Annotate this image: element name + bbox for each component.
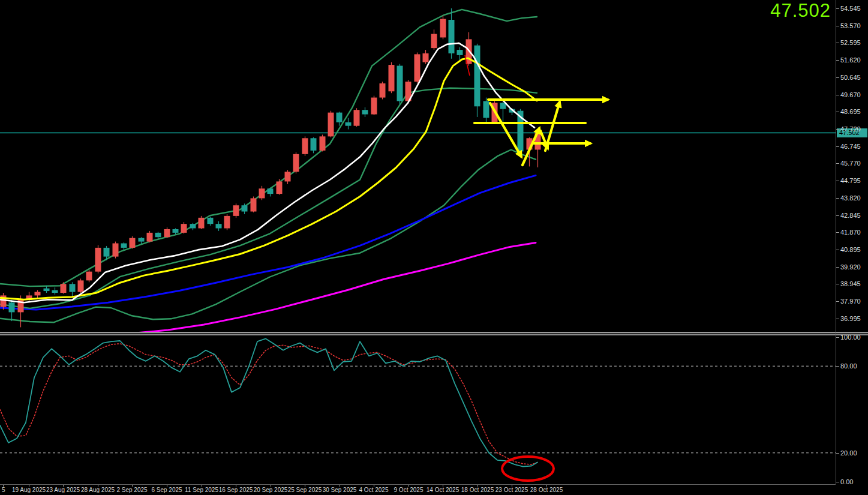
price-tick-label: 43.820 (836, 194, 861, 202)
white-ma (0, 43, 534, 302)
candle-body (173, 229, 179, 233)
candle-body (44, 289, 50, 291)
oscillator-tick-label: 20.00 (836, 449, 857, 457)
candle-body (328, 113, 334, 137)
candle-body (61, 284, 67, 293)
candle (147, 231, 153, 242)
price-tick-label: 53.570 (836, 22, 861, 30)
candle (320, 134, 326, 151)
candle (371, 96, 377, 115)
candle-body (259, 188, 265, 198)
candle (130, 236, 136, 249)
oscillator-tick-label: 100.00 (836, 333, 861, 341)
candles-group (1, 8, 541, 328)
stochastic-signal-line (0, 344, 537, 464)
candle-body (277, 181, 283, 194)
oversold-highlight-ellipse (502, 457, 554, 481)
price-chart-svg[interactable] (0, 0, 836, 332)
candle-body (95, 248, 101, 272)
candle (449, 8, 455, 59)
candle (164, 227, 170, 238)
candle (328, 111, 334, 137)
price-tick-label: 37.970 (836, 297, 861, 305)
candle-body (224, 216, 230, 229)
candle (233, 203, 239, 218)
candle-body (155, 233, 161, 237)
price-tick-label: 51.620 (836, 56, 861, 64)
candle-body (52, 290, 58, 293)
big-price-label: 47.502 (770, 0, 831, 22)
candle-body (389, 65, 395, 91)
stochastic-panel-svg[interactable] (0, 335, 836, 484)
candle (431, 29, 437, 50)
candle (113, 242, 119, 259)
candle-body (371, 98, 377, 115)
candle (78, 278, 84, 293)
candle-body (268, 188, 274, 194)
candle-body (190, 224, 196, 228)
candle-body (216, 224, 222, 228)
price-tick-label: 48.695 (836, 107, 861, 116)
candle-body (181, 224, 187, 233)
price-tick-label: 40.895 (836, 245, 861, 254)
candle-body (302, 138, 308, 154)
candle (483, 98, 489, 122)
time-axis[interactable]: 519 Aug 202523 Aug 202528 Aug 20252 Sep … (0, 484, 836, 495)
candle (208, 217, 214, 226)
price-axis[interactable]: 47.502 54.54553.57052.59551.62050.64549.… (836, 0, 868, 484)
candle-body (346, 122, 352, 126)
candle (397, 64, 403, 105)
stochastic-main-line (0, 338, 537, 466)
price-tick-label: 41.870 (836, 228, 861, 236)
candle (423, 50, 429, 64)
inner-lower-band (0, 88, 537, 308)
candle-body (380, 83, 386, 98)
candle-body (431, 34, 437, 49)
candle-body (251, 198, 257, 211)
candle (61, 282, 67, 293)
candle (337, 112, 343, 126)
candle (155, 232, 161, 239)
candle-body (70, 284, 76, 292)
candle (199, 216, 205, 229)
candle-body (130, 238, 136, 248)
down-leg-arrow (490, 103, 521, 157)
candle-body (9, 302, 15, 312)
candle-body (362, 110, 368, 114)
candle-body (121, 244, 127, 248)
candle (457, 47, 463, 61)
candle-body (423, 53, 429, 62)
candle-body (415, 54, 421, 82)
candle-body (113, 244, 119, 257)
candle (354, 108, 360, 127)
candle-body (208, 218, 214, 224)
candle-body (440, 19, 446, 38)
candle-body (164, 229, 170, 237)
price-tick-label: 38.945 (836, 280, 861, 288)
candle-body (311, 138, 317, 151)
price-tick-label: 49.670 (836, 91, 861, 99)
candle (216, 221, 222, 231)
candle (362, 107, 368, 117)
candle-body (397, 66, 403, 101)
candle (268, 188, 274, 197)
candle-body (242, 205, 248, 211)
candle (389, 62, 395, 94)
yellow-ma (0, 58, 537, 299)
candle (9, 300, 15, 321)
candle (311, 137, 317, 154)
oscillator-tick-label: 0.00 (836, 478, 853, 486)
candle-body (474, 46, 480, 107)
date-tick-label: 28 Oct 2025 (519, 487, 573, 493)
candle (440, 16, 446, 40)
candle (474, 44, 480, 117)
candle (52, 287, 58, 295)
price-tick-label: 54.545 (836, 4, 861, 13)
candle (95, 245, 101, 273)
candle-body (139, 238, 145, 242)
price-tick-label: 44.795 (836, 176, 861, 185)
candle (259, 186, 265, 200)
candle (70, 282, 76, 297)
candle-body (457, 50, 463, 55)
candle-body (199, 218, 205, 229)
